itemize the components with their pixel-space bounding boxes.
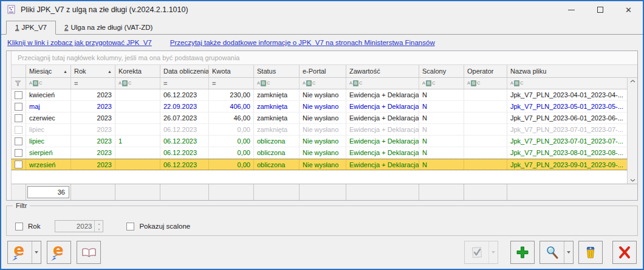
delete-button[interactable] (578, 241, 603, 264)
header-year[interactable]: Rok▲ (71, 65, 115, 77)
filter-cell[interactable]: = (71, 78, 115, 89)
view-split-button[interactable] (540, 241, 574, 264)
cell-calc-date: 26.07.2023 (160, 112, 209, 123)
table-row[interactable]: maj 2023 22.09.2023 406,00 zamknięta Nie… (12, 101, 627, 112)
cell-eportal: Nie wysłano (300, 136, 346, 147)
header-correction[interactable]: Korekta (115, 65, 160, 77)
filter-cell[interactable] (12, 78, 26, 89)
header-content[interactable]: Zawartość (346, 65, 419, 77)
cell-content: Ewidencja + Deklaracja (346, 89, 419, 100)
jpk-files-grid: Przeciągnij tutaj nagłówek kolumny, jeśl… (6, 50, 638, 201)
cell-content: Ewidencja + Deklaracja (346, 101, 419, 112)
row-checkbox[interactable] (15, 149, 22, 157)
cell-operator (464, 89, 507, 100)
cell-eportal: Nie wysłano (300, 112, 346, 123)
text-filter-abc-icon: ABC (118, 80, 131, 86)
tab-label: Ulga na złe długi (VAT-ZD) (70, 24, 152, 31)
dropdown-arrow-icon[interactable] (564, 241, 573, 263)
row-checkbox[interactable] (15, 103, 22, 111)
edeklaracje-icon: e (51, 244, 67, 260)
filter-cell[interactable]: ABC (464, 78, 507, 89)
tab-accelerator: 1 (15, 24, 19, 31)
cell-file-name: Jpk_V7_PLN_2023-05-01_2023-05-... (507, 101, 627, 112)
table-row[interactable]: lipiec 2023 06.12.2023 0,00 zamknięta Ni… (12, 124, 627, 136)
cell-amount: 0,00 (209, 136, 254, 147)
vertical-scrollbar[interactable] (627, 78, 637, 184)
cell-amount: 406,00 (209, 101, 254, 112)
cell-status: zamknięta (254, 101, 300, 112)
table-row[interactable]: kwiecień 2023 06.12.2023 230,00 zamknięt… (12, 89, 627, 101)
window-controls: ✕ (557, 1, 643, 18)
header-operator[interactable]: Operator (464, 65, 507, 77)
filter-cell[interactable]: ABC (26, 78, 71, 89)
spinner-up-icon[interactable]: ▲ (95, 221, 103, 226)
header-calc-date[interactable]: Data obliczenia (160, 65, 209, 77)
year-spinner-value[interactable]: 2023 (55, 223, 94, 230)
row-checkbox[interactable] (15, 161, 22, 168)
cell-year: 2023 (71, 159, 115, 170)
add-plus-icon (516, 246, 529, 259)
header-status[interactable]: Status (254, 65, 300, 77)
filter-cell[interactable]: = (160, 78, 209, 89)
row-checkbox[interactable] (15, 114, 22, 122)
cell-merged: N (419, 159, 464, 170)
cell-eportal: Nie wysłano (300, 101, 346, 112)
cell-file-name: Jpk_V7_PLN_2023-07-01_2023-07-... (507, 124, 627, 135)
cell-year: 2023 (71, 124, 115, 135)
cell-eportal: Nie wysłano (300, 89, 346, 100)
send-edeklaracje-split-button[interactable]: e (7, 241, 41, 264)
add-button[interactable] (510, 241, 535, 264)
dropdown-arrow-icon[interactable] (32, 241, 41, 263)
filter-cell[interactable]: ABC (419, 78, 464, 89)
grid-summary-row: 36 (12, 184, 637, 200)
grid-empty-area (12, 170, 627, 184)
cell-operator (464, 112, 507, 123)
link-how-to-prepare[interactable]: Kliknij w link i zobacz jak przygotować … (7, 39, 152, 46)
cell-file-name: Jpk_V7_PLN_2023-06-01_2023-06-... (507, 112, 627, 123)
close-button[interactable]: ✕ (614, 1, 643, 18)
sort-asc-icon: ▲ (106, 69, 112, 74)
row-count-summary: 36 (27, 186, 69, 198)
cell-correction (115, 159, 160, 170)
filter-cell[interactable]: ABC (300, 78, 346, 89)
filter-cell[interactable]: ABC (346, 78, 419, 89)
ledger-button[interactable] (77, 241, 101, 264)
filter-cell[interactable]: ABC (507, 78, 627, 89)
tab-jpk-v7[interactable]: 1JPK_V7 (6, 21, 56, 35)
filter-cell[interactable]: = (209, 78, 254, 89)
cell-correction (115, 124, 160, 135)
header-file-name[interactable]: Nazwa pliku (507, 65, 637, 77)
maximize-button[interactable] (586, 1, 614, 18)
scroll-up-icon[interactable] (630, 80, 635, 83)
show-merged-label: Pokazuj scalone (139, 223, 190, 230)
show-merged-checkbox[interactable] (126, 223, 134, 230)
minimize-button[interactable] (557, 1, 586, 18)
grid-header-row: Miesiąc▲ Rok▲ Korekta Data obliczenia Kw… (12, 65, 637, 78)
header-merged[interactable]: Scalony (419, 65, 464, 77)
header-eportal[interactable]: e-Portal (300, 65, 346, 77)
row-checkbox[interactable] (15, 137, 22, 145)
tab-label: JPK_V7 (21, 24, 47, 31)
cell-eportal: Nie wysłano (300, 147, 346, 158)
cell-status: obliczona (254, 136, 300, 147)
table-row[interactable]: lipiec 2023 1 06.12.2023 0,00 obliczona … (12, 136, 627, 147)
edeklaracje-button[interactable]: e (47, 241, 71, 264)
row-checkbox[interactable] (15, 126, 22, 134)
close-window-button[interactable] (612, 241, 637, 264)
tab-accelerator: 2 (64, 24, 68, 31)
header-month[interactable]: Miesiąc▲ (26, 65, 71, 77)
links-row: Kliknij w link i zobacz jak przygotować … (1, 35, 643, 50)
header-amount[interactable]: Kwota (209, 65, 254, 77)
tab-ulga-vat-zd[interactable]: 2Ulga na złe długi (VAT-ZD) (56, 21, 161, 34)
scroll-down-icon[interactable] (630, 179, 635, 182)
year-filter-checkbox[interactable] (15, 223, 23, 230)
table-row[interactable]: sierpień 2023 06.12.2023 0,00 obliczona … (12, 147, 627, 159)
spinner-down-icon[interactable]: ▼ (95, 226, 103, 232)
filter-cell[interactable]: ABC (115, 78, 160, 89)
maximize-icon (597, 7, 603, 13)
table-row-selected[interactable]: wrzesień 2023 06.12.2023 0,00 obliczona … (12, 159, 627, 170)
filter-cell[interactable]: ABC (254, 78, 300, 89)
table-row[interactable]: czerwiec 2023 26.07.2023 46,00 zamknięta… (12, 112, 627, 124)
link-ministry-info[interactable]: Przeczytaj także dodatkowe informacje o … (170, 39, 435, 46)
row-checkbox[interactable] (15, 91, 22, 99)
